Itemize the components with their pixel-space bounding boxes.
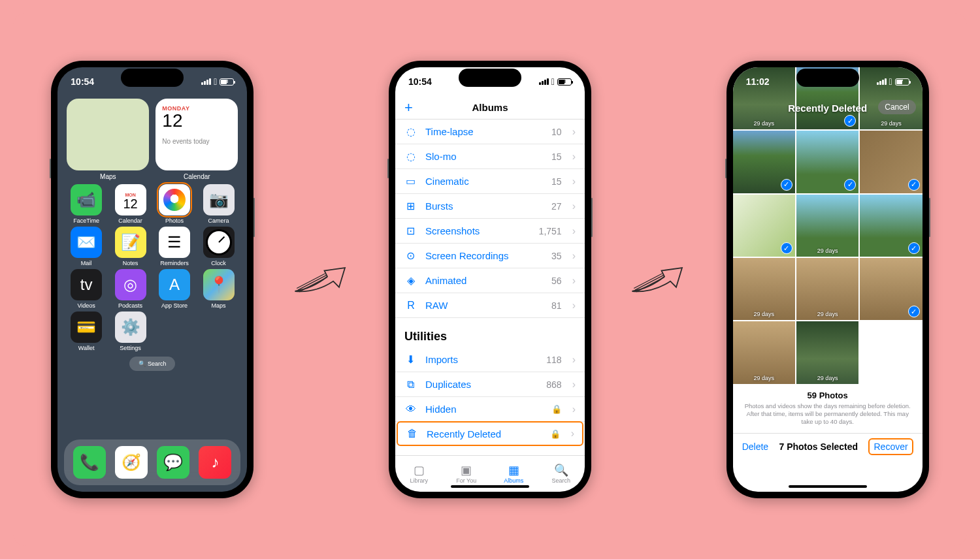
chevron-icon: › xyxy=(572,250,576,262)
chevron-icon: › xyxy=(572,176,576,187)
album-row-bursts[interactable]: ⊞Bursts27› xyxy=(395,194,585,219)
check-icon: ✓ xyxy=(781,179,792,191)
album-row-screen-recordings[interactable]: ⊙Screen Recordings35› xyxy=(395,244,585,268)
tab-library[interactable]: ▢Library xyxy=(395,456,443,492)
app-camera[interactable]: 📷Camera xyxy=(197,184,241,224)
chevron-icon: › xyxy=(572,200,576,212)
row-count: 56 xyxy=(551,276,562,286)
home-indicator[interactable] xyxy=(451,485,529,488)
photo-item xyxy=(860,321,922,383)
row-label: Hidden xyxy=(425,404,544,415)
dock-safari[interactable]: 🧭 xyxy=(115,446,148,479)
photo-item[interactable]: ✓ xyxy=(860,131,922,193)
tab-search[interactable]: 🔍Search xyxy=(537,456,585,492)
status-time: 10:54 xyxy=(408,76,432,87)
row-label: Time-lapse xyxy=(425,126,544,137)
nav-header: + Albums xyxy=(395,96,585,120)
albums-icon: ▦ xyxy=(506,464,521,476)
trash-icon: 🗑 xyxy=(406,427,419,440)
chevron-icon: › xyxy=(572,126,576,138)
row-label: Bursts xyxy=(425,200,544,212)
app-reminders[interactable]: ☰Reminders xyxy=(152,227,197,266)
chevron-icon: › xyxy=(572,379,576,391)
lock-icon: 🔒 xyxy=(550,429,561,439)
album-row-recently-deleted[interactable]: 🗑Recently Deleted🔒› xyxy=(397,421,583,446)
album-row-raw[interactable]: RRAW81› xyxy=(395,293,585,318)
album-row-animated[interactable]: ◈Animated56› xyxy=(395,268,585,293)
add-button[interactable]: + xyxy=(404,99,413,116)
battery-icon: 48 xyxy=(557,78,572,86)
photo-item[interactable]: ✓ xyxy=(860,195,922,257)
row-label: Duplicates xyxy=(425,379,538,390)
row-count: 81 xyxy=(551,300,562,311)
dynamic-island xyxy=(796,69,859,87)
wifi-icon: 􀙇 xyxy=(214,76,217,87)
row-count: 10 xyxy=(551,127,562,137)
app-mail[interactable]: ✉️Mail xyxy=(64,227,108,266)
battery-icon: 48 xyxy=(220,78,234,86)
dock-music[interactable]: ♪ xyxy=(199,446,231,479)
status-time: 11:02 xyxy=(746,76,770,87)
screenrec-icon: ⊙ xyxy=(404,249,417,263)
hidden-icon: 👁 xyxy=(404,403,417,416)
album-list[interactable]: ◌Time-lapse10›◌Slo-mo15›▭Cinematic15›⊞Bu… xyxy=(395,120,585,455)
bursts-icon: ⊞ xyxy=(404,200,417,213)
album-row-time-lapse[interactable]: ◌Time-lapse10› xyxy=(395,120,585,144)
row-count: 1,751 xyxy=(539,226,562,236)
row-count: 27 xyxy=(551,201,562,212)
status-icons: 􀙇 48 xyxy=(539,76,572,87)
photo-item[interactable]: 29 days xyxy=(796,195,858,257)
app-clock[interactable]: Clock xyxy=(197,227,241,266)
arrow-icon xyxy=(292,257,351,302)
album-row-imports[interactable]: ⬇Imports118› xyxy=(395,347,585,372)
app-appstore[interactable]: AApp Store xyxy=(152,269,197,309)
photo-item[interactable]: ✓ xyxy=(733,131,795,193)
dock: 📞 🧭 💬 ♪ xyxy=(64,439,240,485)
album-row-cinematic[interactable]: ▭Cinematic15› xyxy=(395,169,585,194)
app-calendar[interactable]: MON12Calendar xyxy=(108,184,153,224)
dynamic-island xyxy=(121,69,184,87)
app-photos[interactable]: Photos xyxy=(152,184,197,224)
wifi-icon: 􀙇 xyxy=(889,76,892,87)
photo-item[interactable]: ✓ xyxy=(733,195,795,257)
photo-item[interactable]: 29 days xyxy=(796,258,858,320)
dock-messages[interactable]: 💬 xyxy=(157,446,189,479)
recover-button[interactable]: Recover xyxy=(868,438,913,455)
photo-item[interactable]: 29 days xyxy=(733,321,795,383)
photo-item[interactable]: ✓ xyxy=(796,131,858,193)
album-row-hidden[interactable]: 👁Hidden🔒› xyxy=(395,397,585,422)
app-notes[interactable]: 📝Notes xyxy=(108,227,153,266)
widget-calendar[interactable]: MONDAY 12 No events today xyxy=(155,99,238,170)
app-settings[interactable]: ⚙️Settings xyxy=(108,311,153,351)
album-row-slo-mo[interactable]: ◌Slo-mo15› xyxy=(395,144,585,169)
app-wallet[interactable]: 💳Wallet xyxy=(64,311,108,351)
chevron-icon: › xyxy=(572,354,576,366)
photo-grid: 29 days ✓ 29 days ✓ ✓ ✓ ✓ 29 days ✓ 29 d… xyxy=(733,67,923,384)
album-row-duplicates[interactable]: ⧉Duplicates868› xyxy=(395,372,585,397)
cancel-button[interactable]: Cancel xyxy=(878,100,915,114)
app-maps[interactable]: 📍Maps xyxy=(197,269,241,309)
info-section: 59 Photos Photos and videos show the day… xyxy=(733,384,923,433)
chevron-icon: › xyxy=(572,225,576,237)
dock-phone[interactable]: 📞 xyxy=(73,446,106,479)
row-count: 868 xyxy=(546,379,561,390)
album-row-screenshots[interactable]: ⊡Screenshots1,751› xyxy=(395,219,585,244)
raw-icon: R xyxy=(404,299,417,312)
duplicates-icon: ⧉ xyxy=(404,378,417,391)
home-indicator[interactable] xyxy=(789,485,867,488)
phone-albums: 10:54 􀙇 48 + Albums ◌Time-lapse10›◌Slo-m… xyxy=(389,61,591,498)
widget-maps[interactable] xyxy=(67,99,149,170)
search-button[interactable]: 🔍Search xyxy=(129,357,175,371)
app-videos[interactable]: tvVideos xyxy=(64,269,108,309)
delete-button[interactable]: Delete xyxy=(742,441,768,452)
photo-count: 59 Photos xyxy=(741,391,915,400)
battery-icon: 47 xyxy=(895,78,909,86)
photo-item[interactable]: 29 days xyxy=(733,258,795,320)
photo-item[interactable]: 29 days xyxy=(796,321,858,383)
wifi-icon: 􀙇 xyxy=(551,76,555,87)
search-icon: 🔍 xyxy=(139,360,146,367)
photo-item[interactable]: ✓ xyxy=(860,258,922,320)
app-podcasts[interactable]: ◎Podcasts xyxy=(108,269,153,309)
header-title: Albums xyxy=(472,102,508,113)
app-facetime[interactable]: 📹FaceTime xyxy=(64,184,108,224)
